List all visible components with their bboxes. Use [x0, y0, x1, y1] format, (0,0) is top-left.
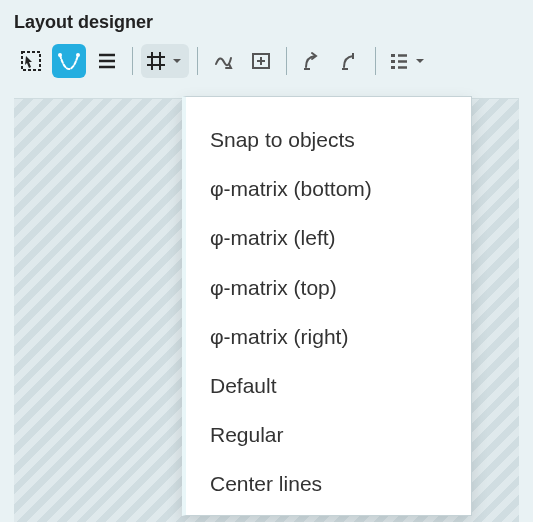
grid-dropdown-button[interactable]	[141, 44, 189, 78]
toolbar-separator	[375, 47, 376, 75]
menu-item-phi-bottom[interactable]: φ-matrix (bottom)	[186, 164, 471, 213]
menu-item-phi-top[interactable]: φ-matrix (top)	[186, 263, 471, 312]
svg-point-2	[76, 53, 80, 57]
menu-item-center-lines[interactable]: Center lines	[186, 459, 471, 508]
menu-item-phi-right[interactable]: φ-matrix (right)	[186, 312, 471, 361]
chevron-down-icon	[412, 53, 428, 69]
menu-item-phi-left[interactable]: φ-matrix (left)	[186, 213, 471, 262]
selection-rect-icon	[20, 50, 42, 72]
panel-title: Layout designer	[14, 12, 519, 33]
svg-point-1	[58, 53, 62, 57]
rotate-tool-icon	[301, 50, 323, 72]
toolbar-separator	[132, 47, 133, 75]
list-view-dropdown-button[interactable]	[384, 44, 432, 78]
svg-rect-16	[391, 54, 395, 57]
select-tool-button[interactable]	[14, 44, 48, 78]
freehand-path-icon	[212, 50, 234, 72]
toolbar	[14, 41, 519, 81]
frame-tool-button[interactable]	[244, 44, 278, 78]
layout-designer-panel: Layout designer	[0, 0, 533, 522]
freehand-path-button[interactable]	[206, 44, 240, 78]
svg-rect-17	[391, 60, 395, 63]
curve-tool-icon	[57, 49, 81, 73]
menu-item-default[interactable]: Default	[186, 361, 471, 410]
rotate-tool-button[interactable]	[295, 44, 329, 78]
svg-rect-18	[391, 66, 395, 69]
align-lines-button[interactable]	[90, 44, 124, 78]
scale-tool-button[interactable]	[333, 44, 367, 78]
chevron-down-icon	[169, 53, 185, 69]
align-lines-icon	[96, 50, 118, 72]
list-view-icon	[388, 50, 410, 72]
frame-tool-icon	[250, 50, 272, 72]
grid-icon	[145, 50, 167, 72]
toolbar-separator	[197, 47, 198, 75]
scale-tool-icon	[339, 50, 361, 72]
curve-tool-button[interactable]	[52, 44, 86, 78]
menu-item-regular[interactable]: Regular	[186, 410, 471, 459]
menu-item-snap-to-objects[interactable]: Snap to objects	[186, 115, 471, 164]
grid-dropdown-menu: Snap to objects φ-matrix (bottom) φ-matr…	[182, 96, 472, 516]
toolbar-separator	[286, 47, 287, 75]
